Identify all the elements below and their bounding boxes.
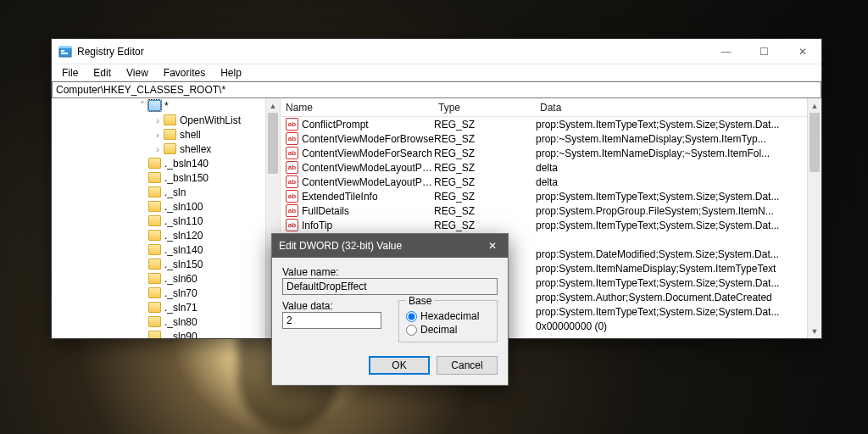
row-type: REG_SZ xyxy=(434,191,536,203)
tree-item[interactable]: ._sln110 xyxy=(52,214,280,228)
column-type[interactable]: Type xyxy=(433,98,535,116)
menubar: File Edit View Favorites Help xyxy=(52,64,821,81)
tree-item[interactable]: ._bsln150 xyxy=(52,170,280,185)
menu-favorites[interactable]: Favorites xyxy=(157,65,212,81)
scroll-thumb[interactable] xyxy=(268,113,278,174)
base-group: Base Hexadecimal Decimal xyxy=(398,300,498,342)
value-data-field[interactable] xyxy=(282,312,381,329)
row-data: prop:System.ItemTypeText;System.Size;Sys… xyxy=(536,306,821,318)
cancel-button[interactable]: Cancel xyxy=(437,356,498,375)
dialog-titlebar[interactable]: Edit DWORD (32-bit) Value ✕ xyxy=(272,234,508,258)
list-row[interactable]: abContentViewModeForSearchREG_SZprop:~Sy… xyxy=(281,146,821,160)
tree-item[interactable]: ._sln90 xyxy=(52,329,280,338)
base-hex-input[interactable] xyxy=(406,311,417,322)
tree-item[interactable]: ._sln120 xyxy=(52,228,280,242)
menu-view[interactable]: View xyxy=(120,65,155,81)
list-scrollbar[interactable]: ▲ ▼ xyxy=(807,98,821,338)
row-name: FullDetails xyxy=(302,205,434,217)
navigation-tree[interactable]: ˅*›OpenWithList›shell›shellex._bsln140._… xyxy=(52,98,280,338)
tree-item-label: ._sln90 xyxy=(164,331,198,339)
expand-icon[interactable]: › xyxy=(152,130,164,140)
tree-item-label: ._sln120 xyxy=(164,230,203,242)
close-button[interactable]: ✕ xyxy=(783,39,821,64)
row-type: REG_SZ xyxy=(434,147,536,159)
menu-help[interactable]: Help xyxy=(214,65,248,81)
tree-item[interactable]: ._sln80 xyxy=(52,314,280,329)
tree-item[interactable]: ._sln71 xyxy=(52,300,280,314)
tree-item[interactable]: ›OpenWithList xyxy=(52,113,280,127)
tree-item-label: * xyxy=(164,100,169,112)
value-name-field[interactable] xyxy=(282,278,498,295)
tree-item[interactable]: ›shell xyxy=(52,127,280,142)
address-text: Computer\HKEY_CLASSES_ROOT\* xyxy=(56,84,225,96)
column-data[interactable]: Data xyxy=(535,98,821,116)
base-dec-radio[interactable]: Decimal xyxy=(406,323,490,337)
list-row[interactable]: abConflictPromptREG_SZprop:System.ItemTy… xyxy=(281,117,821,131)
scroll-up-icon[interactable]: ▲ xyxy=(808,98,821,113)
string-value-icon: ab xyxy=(286,132,298,145)
folder-icon xyxy=(164,114,176,125)
titlebar[interactable]: Registry Editor — ☐ ✕ xyxy=(52,39,821,64)
row-type: REG_SZ xyxy=(434,162,536,174)
tree-item[interactable]: ._sln140 xyxy=(52,242,280,257)
row-data: prop:System.ItemNameDisplay;System.ItemT… xyxy=(536,263,821,275)
base-hex-radio[interactable]: Hexadecimal xyxy=(406,309,490,323)
tree-item-label: shell xyxy=(180,129,201,141)
tree-item[interactable]: ._sln60 xyxy=(52,271,280,286)
tree-item-label: ._sln100 xyxy=(164,201,203,213)
tree-item-label: ._bsln150 xyxy=(164,172,209,184)
row-data: delta xyxy=(536,162,821,174)
address-bar[interactable]: Computer\HKEY_CLASSES_ROOT\* xyxy=(52,81,821,98)
window-title: Registry Editor xyxy=(77,46,707,58)
expand-icon[interactable]: ˅ xyxy=(136,100,148,111)
row-type: REG_SZ xyxy=(434,119,536,131)
base-dec-input[interactable] xyxy=(406,325,417,336)
tree-item[interactable]: ._sln100 xyxy=(52,199,280,214)
svg-rect-3 xyxy=(61,53,68,54)
list-row[interactable]: abInfoTipREG_SZprop:System.ItemTypeText;… xyxy=(281,218,821,232)
column-name[interactable]: Name xyxy=(281,98,433,116)
tree-item[interactable]: ._bsln140 xyxy=(52,156,280,170)
menu-file[interactable]: File xyxy=(55,65,85,81)
tree-item[interactable]: ._sln xyxy=(52,185,280,199)
base-legend: Base xyxy=(406,295,434,307)
dialog-close-button[interactable]: ✕ xyxy=(477,234,508,258)
list-row[interactable]: abContentViewModeForBrowseREG_SZprop:~Sy… xyxy=(281,131,821,146)
app-icon xyxy=(58,45,72,58)
dialog-title: Edit DWORD (32-bit) Value xyxy=(279,240,477,252)
row-type: REG_SZ xyxy=(434,176,536,188)
folder-icon xyxy=(148,201,161,212)
value-data-label: Value data: xyxy=(282,300,381,312)
tree-item[interactable]: ˅* xyxy=(52,98,280,113)
tree-item[interactable]: ._sln150 xyxy=(52,257,280,271)
string-value-icon: ab xyxy=(286,118,298,131)
tree-item-label: ._sln70 xyxy=(164,287,198,299)
expand-icon[interactable]: › xyxy=(152,115,164,125)
tree-item[interactable]: ._sln70 xyxy=(52,286,280,300)
list-row[interactable]: abFullDetailsREG_SZprop:System.PropGroup… xyxy=(281,203,821,218)
maximize-button[interactable]: ☐ xyxy=(745,39,783,64)
folder-icon xyxy=(148,186,161,198)
ok-button[interactable]: OK xyxy=(369,356,430,375)
menu-edit[interactable]: Edit xyxy=(86,65,118,81)
folder-icon xyxy=(148,331,161,338)
row-type: REG_SZ xyxy=(434,133,536,145)
scroll-down-icon[interactable]: ▼ xyxy=(808,324,821,338)
row-name: ContentViewModeLayoutPatternF... xyxy=(302,176,434,188)
string-value-icon: ab xyxy=(286,147,298,159)
scroll-up-icon[interactable]: ▲ xyxy=(266,98,280,113)
tree-item-label: ._sln71 xyxy=(164,302,198,314)
list-row[interactable]: abContentViewModeLayoutPatternF...REG_SZ… xyxy=(281,175,821,189)
row-type: REG_SZ xyxy=(434,205,536,217)
row-data: prop:~System.ItemNameDisplay;~System.Ite… xyxy=(536,147,821,159)
list-row[interactable]: abExtendedTileInfoREG_SZprop:System.Item… xyxy=(281,189,821,203)
tree-item[interactable]: ›shellex xyxy=(52,142,280,156)
row-name: ExtendedTileInfo xyxy=(302,191,434,203)
expand-icon[interactable]: › xyxy=(152,144,164,154)
tree-item-label: ._sln80 xyxy=(164,316,198,328)
list-row[interactable]: abContentViewModeLayoutPatternF...REG_SZ… xyxy=(281,160,821,175)
row-type: REG_SZ xyxy=(434,220,536,231)
folder-icon xyxy=(148,259,161,270)
scroll-thumb[interactable] xyxy=(810,113,820,172)
minimize-button[interactable]: — xyxy=(707,39,745,64)
